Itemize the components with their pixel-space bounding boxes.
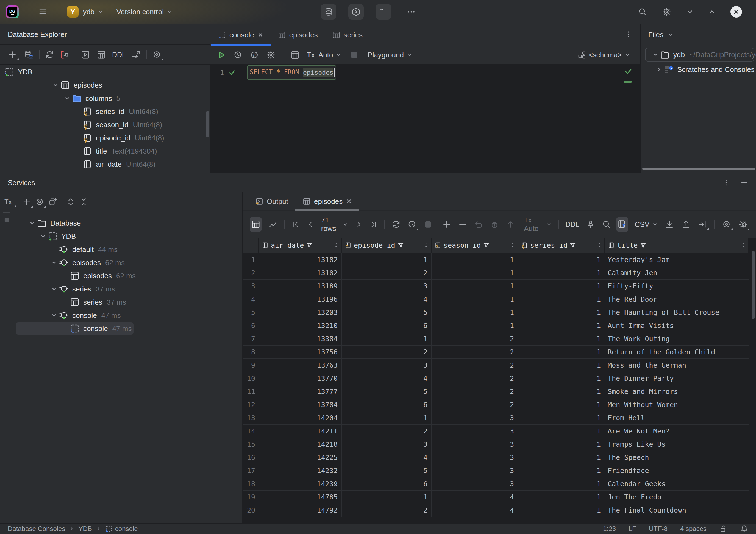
run-button[interactable] [217, 50, 226, 60]
cell-episode_id[interactable]: 3 [342, 359, 432, 372]
tree-item-console[interactable]: console47 ms [0, 322, 242, 335]
cell-air_date[interactable]: 13189 [259, 280, 342, 293]
cell-series_id[interactable]: 1 [518, 425, 605, 438]
editor-tab-options-icon[interactable] [624, 30, 633, 39]
cell-title[interactable]: Smoke and Mirrors [605, 385, 749, 398]
cell-episode_id[interactable]: 2 [342, 504, 432, 517]
cell-series_id[interactable]: 1 [518, 319, 605, 333]
cell-season_id[interactable]: 4 [432, 491, 518, 504]
indent-style[interactable]: 4 spaces [680, 525, 707, 533]
cell-air_date[interactable]: 14225 [259, 451, 342, 464]
row-number[interactable]: 12 [243, 398, 259, 412]
cell-season_id[interactable]: 2 [432, 398, 518, 412]
tree-item-series_id[interactable]: series_idUint64(8) [0, 105, 210, 118]
search-everywhere-icon[interactable] [638, 7, 647, 16]
tree-item-default[interactable]: default44 ms [0, 243, 242, 256]
cell-episode_id[interactable]: 1 [342, 253, 432, 266]
expand-all-button[interactable] [66, 197, 75, 206]
row-number[interactable]: 19 [243, 491, 259, 504]
scrollbar-thumb[interactable] [206, 111, 209, 137]
cell-episode_id[interactable]: 2 [342, 425, 432, 438]
chevron-down-icon[interactable] [27, 220, 37, 226]
cell-title[interactable]: Men Without Women [605, 398, 749, 412]
cell-season_id[interactable]: 3 [432, 438, 518, 451]
tree-item-title[interactable]: titleText(4194304) [0, 145, 210, 158]
explain-plan-button[interactable]: p [250, 50, 259, 60]
cell-episode_id[interactable]: 5 [342, 306, 432, 319]
tree-item-YDB[interactable]: YDB [0, 230, 242, 243]
cell-episode_id[interactable]: 6 [342, 319, 432, 333]
cell-season_id[interactable]: 1 [432, 306, 518, 319]
cell-title[interactable]: Yesterday's Jam [605, 253, 749, 266]
chevron-down-icon[interactable] [49, 312, 59, 318]
row-number[interactable]: 7 [243, 333, 259, 346]
cell-air_date[interactable]: 13384 [259, 333, 342, 346]
code-editor[interactable]: 1 SELECT * FROM episodes [210, 64, 640, 173]
more-tool-windows-icon[interactable] [407, 7, 416, 16]
cell-season_id[interactable]: 3 [432, 412, 518, 425]
cell-episode_id[interactable]: 3 [342, 438, 432, 451]
cell-series_id[interactable]: 1 [518, 253, 605, 266]
cell-title[interactable]: The Dinner Party [605, 372, 749, 385]
cell-season_id[interactable]: 4 [432, 504, 518, 517]
file-encoding[interactable]: UTF-8 [649, 525, 667, 533]
settings-icon[interactable] [662, 7, 671, 16]
files-title[interactable]: Files [648, 31, 663, 39]
cell-episode_id[interactable]: 3 [342, 280, 432, 293]
cell-season_id[interactable]: 2 [432, 359, 518, 372]
cell-episode_id[interactable]: 1 [342, 491, 432, 504]
cell-season_id[interactable]: 3 [432, 425, 518, 438]
row-number[interactable]: 11 [243, 385, 259, 398]
services-tool-button[interactable] [348, 4, 364, 19]
unlock-icon[interactable] [719, 525, 727, 533]
view-options-button[interactable] [722, 220, 731, 229]
cell-air_date[interactable]: 14204 [259, 412, 342, 425]
cell-air_date[interactable]: 13763 [259, 359, 342, 372]
cell-title[interactable]: Calamity Jen [605, 266, 749, 280]
disconnect-button[interactable] [60, 50, 69, 59]
tree-item-Scratches and Consoles[interactable]: Scratches and Consoles [641, 62, 756, 77]
tree-item-ydb[interactable]: ydb~/DataGripProjects/ydb [641, 47, 756, 62]
breadcrumb-item[interactable]: console [115, 525, 138, 533]
database-tool-button[interactable] [321, 4, 336, 19]
cell-air_date[interactable]: 13182 [259, 253, 342, 266]
cell-series_id[interactable]: 1 [518, 372, 605, 385]
breadcrumb-item[interactable]: Database Consoles [8, 525, 65, 533]
column-header-series_id[interactable]: series_id [518, 238, 605, 253]
tree-item-episodes[interactable]: episodes [0, 79, 210, 92]
close-tab-icon[interactable] [346, 198, 352, 204]
cell-title[interactable]: The Haunting of Bill Crouse [605, 306, 749, 319]
next-page-button[interactable] [355, 220, 363, 228]
scrollbar-thumb[interactable] [752, 251, 755, 319]
cell-season_id[interactable]: 1 [432, 319, 518, 333]
row-number[interactable]: 17 [243, 464, 259, 477]
cell-episode_id[interactable]: 4 [342, 451, 432, 464]
cell-air_date[interactable]: 14239 [259, 477, 342, 491]
chevron-up-icon[interactable] [708, 8, 716, 15]
row-number[interactable]: 15 [243, 438, 259, 451]
last-page-button[interactable] [369, 220, 378, 228]
view-options-button[interactable] [152, 50, 162, 59]
cell-series_id[interactable]: 1 [518, 359, 605, 372]
chart-view-button[interactable] [268, 220, 278, 229]
cell-title[interactable]: Aunt Irma Visits [605, 319, 749, 333]
delete-row-button[interactable] [458, 220, 467, 229]
cell-air_date[interactable]: 14232 [259, 464, 342, 477]
cell-title[interactable]: Jen The Fredo [605, 491, 749, 504]
panel-options-icon[interactable] [722, 178, 730, 187]
tx-filter-button[interactable]: Tx [4, 198, 15, 206]
query-history-button[interactable] [233, 50, 243, 60]
tree-item-episode_id[interactable]: episode_idUint64(8) [0, 131, 210, 145]
cell-title[interactable]: Fifty-Fifty [605, 280, 749, 293]
close-tab-icon[interactable] [257, 32, 263, 38]
cell-episode_id[interactable]: 5 [342, 385, 432, 398]
tree-item-air_date[interactable]: air_dateUint64(8) [0, 158, 210, 171]
browse-table-button[interactable] [290, 50, 300, 60]
chevron-down-icon[interactable] [686, 8, 693, 15]
add-service-button[interactable] [22, 197, 31, 206]
cell-season_id[interactable]: 2 [432, 333, 518, 346]
cell-air_date[interactable]: 13770 [259, 372, 342, 385]
cell-series_id[interactable]: 1 [518, 346, 605, 359]
grid-view-button[interactable] [250, 217, 262, 232]
open-table-button[interactable] [97, 50, 106, 59]
